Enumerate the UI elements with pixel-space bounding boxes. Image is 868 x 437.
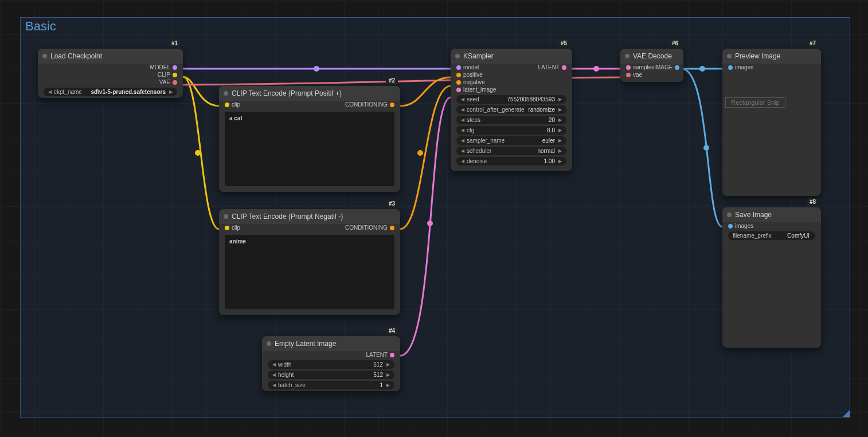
node-title[interactable]: Empty Latent Image bbox=[262, 336, 400, 351]
widget-width[interactable]: ◀width512▶ bbox=[268, 360, 394, 369]
node-title[interactable]: Preview Image bbox=[722, 49, 821, 64]
widget-label: sampler_name bbox=[466, 137, 505, 144]
input-port-samples[interactable] bbox=[626, 65, 631, 70]
node-vae-decode[interactable]: #6 VAE Decode samples IMAGE vae bbox=[620, 49, 683, 82]
widget-sampler-name[interactable]: ◀sampler_nameeuler▶ bbox=[456, 136, 566, 145]
preview-canvas bbox=[728, 76, 815, 190]
node-clip-encode-positive[interactable]: #2 CLIP Text Encode (Prompt Positif +) c… bbox=[219, 86, 400, 192]
output-port-conditioning[interactable] bbox=[390, 226, 394, 230]
output-port-vae[interactable] bbox=[173, 80, 177, 85]
widget-height[interactable]: ◀height512▶ bbox=[268, 371, 394, 379]
node-badge: #6 bbox=[669, 40, 681, 47]
widget-steps[interactable]: ◀steps20▶ bbox=[456, 116, 566, 124]
node-title[interactable]: Save Image bbox=[722, 207, 821, 222]
prompt-textarea-positive[interactable]: a cat bbox=[225, 112, 394, 186]
output-port-image[interactable] bbox=[675, 65, 679, 70]
widget-label: cfg bbox=[466, 127, 474, 133]
widget-denoise[interactable]: ◀denoise1.00▶ bbox=[456, 157, 566, 166]
chevron-left-icon[interactable]: ◀ bbox=[460, 128, 466, 133]
chevron-right-icon[interactable]: ▶ bbox=[557, 107, 563, 112]
node-preview-image[interactable]: #7 Preview Image images bbox=[722, 49, 821, 196]
output-port-clip[interactable] bbox=[173, 73, 177, 77]
input-port-latent-image[interactable] bbox=[456, 88, 461, 92]
chevron-right-icon[interactable]: ▶ bbox=[385, 372, 391, 377]
chevron-right-icon[interactable]: ▶ bbox=[168, 89, 174, 95]
widget-label: filename_prefix bbox=[732, 233, 772, 239]
input-port-clip[interactable] bbox=[225, 226, 229, 230]
input-label: vae bbox=[633, 72, 642, 78]
widget-label: denoise bbox=[466, 158, 487, 164]
input-port-images[interactable] bbox=[728, 224, 733, 229]
node-title[interactable]: VAE Decode bbox=[620, 49, 683, 64]
node-title[interactable]: Load Checkpoint bbox=[38, 49, 183, 64]
chevron-right-icon[interactable]: ▶ bbox=[557, 117, 563, 123]
input-port-model[interactable] bbox=[456, 65, 461, 70]
widget-batch-size[interactable]: ◀batch_size1▶ bbox=[268, 381, 394, 389]
widget-label: control_after_generate bbox=[466, 107, 525, 113]
chevron-left-icon[interactable]: ◀ bbox=[460, 117, 466, 123]
chevron-left-icon[interactable]: ◀ bbox=[460, 138, 466, 143]
input-label: clip bbox=[232, 225, 240, 231]
input-label: images bbox=[735, 223, 753, 229]
node-badge: #4 bbox=[386, 327, 398, 334]
widget-seed[interactable]: ◀seed755200588043593▶ bbox=[456, 95, 566, 104]
input-port-positive[interactable] bbox=[456, 73, 461, 77]
widget-value: 512 bbox=[373, 361, 385, 368]
output-port-conditioning[interactable] bbox=[390, 103, 394, 107]
chevron-left-icon[interactable]: ◀ bbox=[460, 97, 466, 102]
node-ksampler[interactable]: #5 KSampler model LATENT positive negati… bbox=[451, 49, 572, 171]
rectangular-snip-label: Rectangular Snip bbox=[725, 97, 785, 108]
widget-value: randomize bbox=[528, 107, 557, 113]
node-badge: #5 bbox=[558, 40, 570, 47]
node-clip-encode-negative[interactable]: #3 CLIP Text Encode (Prompt Negatif -) c… bbox=[219, 209, 400, 315]
widget-value: euler bbox=[542, 137, 557, 144]
chevron-right-icon[interactable]: ▶ bbox=[557, 138, 563, 143]
widget-control-after-generate[interactable]: ◀control_after_generaterandomize▶ bbox=[456, 105, 566, 114]
widget-ckpt-name[interactable]: ◀ ckpt_name sd\v1-5-pruned.safetensors ▶ bbox=[44, 88, 177, 96]
chevron-right-icon[interactable]: ▶ bbox=[557, 159, 563, 164]
input-port-negative[interactable] bbox=[456, 80, 461, 85]
chevron-left-icon[interactable]: ◀ bbox=[47, 89, 53, 95]
widget-value: 20 bbox=[549, 117, 557, 123]
chevron-right-icon[interactable]: ▶ bbox=[557, 97, 563, 102]
widget-value: 1.00 bbox=[544, 158, 557, 164]
node-title[interactable]: CLIP Text Encode (Prompt Positif +) bbox=[219, 86, 400, 101]
widget-label: seed bbox=[466, 96, 479, 103]
widget-cfg[interactable]: ◀cfg8.0▶ bbox=[456, 126, 566, 135]
chevron-left-icon[interactable]: ◀ bbox=[460, 107, 466, 112]
input-label: model bbox=[463, 64, 479, 70]
group-title: Basic bbox=[25, 19, 56, 34]
node-empty-latent-image[interactable]: #4 Empty Latent Image LATENT ◀width512▶ … bbox=[262, 336, 400, 391]
chevron-left-icon[interactable]: ◀ bbox=[271, 383, 277, 388]
output-port-latent[interactable] bbox=[562, 65, 566, 70]
chevron-right-icon[interactable]: ▶ bbox=[557, 148, 563, 153]
node-save-image[interactable]: #8 Save Image images filename_prefix Com… bbox=[722, 207, 821, 348]
widget-scheduler[interactable]: ◀schedulernormal▶ bbox=[456, 147, 566, 155]
input-port-clip[interactable] bbox=[225, 103, 229, 107]
chevron-right-icon[interactable]: ▶ bbox=[385, 362, 391, 367]
input-port-vae[interactable] bbox=[626, 73, 631, 77]
chevron-left-icon[interactable]: ◀ bbox=[271, 372, 277, 377]
widget-value: 512 bbox=[373, 372, 385, 378]
node-title[interactable]: CLIP Text Encode (Prompt Negatif -) bbox=[219, 209, 400, 224]
input-label: latent_image bbox=[463, 86, 496, 93]
chevron-right-icon[interactable]: ▶ bbox=[557, 128, 563, 133]
prompt-textarea-negative[interactable]: anime bbox=[225, 235, 394, 309]
input-port-images[interactable] bbox=[728, 65, 733, 70]
node-title[interactable]: KSampler bbox=[451, 49, 572, 64]
node-load-checkpoint[interactable]: #1 Load Checkpoint MODEL CLIP VAE ◀ ckpt… bbox=[38, 49, 183, 98]
widget-value: ComfyUI bbox=[787, 233, 812, 239]
widget-label: width bbox=[277, 361, 291, 368]
widget-label: height bbox=[277, 372, 294, 378]
chevron-left-icon[interactable]: ◀ bbox=[460, 148, 466, 153]
chevron-right-icon[interactable]: ▶ bbox=[385, 383, 391, 388]
chevron-left-icon[interactable]: ◀ bbox=[271, 362, 277, 367]
output-port-latent[interactable] bbox=[390, 353, 394, 357]
widget-filename-prefix[interactable]: filename_prefix ComfyUI bbox=[728, 231, 815, 240]
chevron-left-icon[interactable]: ◀ bbox=[460, 159, 466, 164]
output-label: LATENT bbox=[366, 352, 388, 358]
output-label: CONDITIONING bbox=[345, 225, 388, 231]
group-resize-handle[interactable] bbox=[843, 410, 850, 417]
output-port-model[interactable] bbox=[173, 65, 177, 70]
widget-value: 1 bbox=[380, 382, 385, 388]
